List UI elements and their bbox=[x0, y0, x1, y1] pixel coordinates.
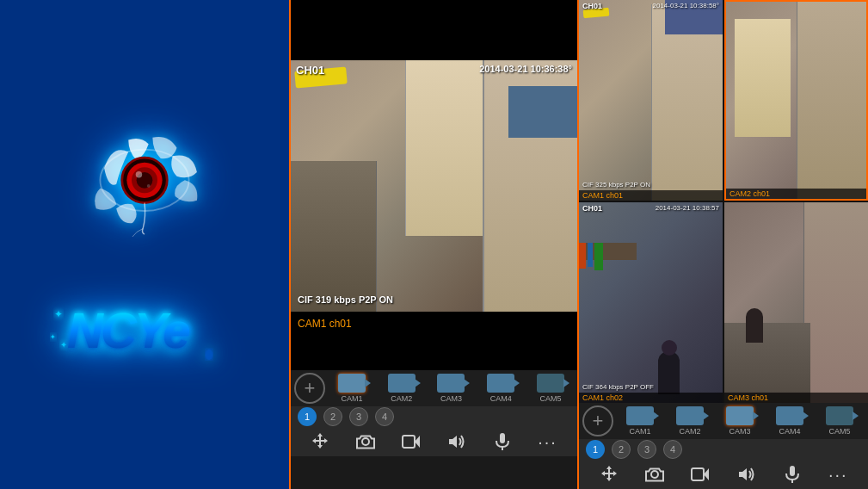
cam-icon-4 bbox=[487, 374, 514, 393]
cam-bl-label: CAM1 ch02 bbox=[579, 393, 723, 403]
more-button-multi[interactable]: ··· bbox=[824, 461, 852, 488]
add-camera-button-multi[interactable]: + bbox=[582, 405, 613, 436]
cam-tl-datetime: 2014-03-21 10:38:58° bbox=[653, 2, 719, 9]
add-camera-button[interactable]: + bbox=[294, 373, 325, 404]
svg-rect-13 bbox=[403, 436, 415, 448]
cam-label-4: CAM4 bbox=[490, 394, 512, 403]
svg-point-11 bbox=[206, 350, 212, 360]
cam-icon-2 bbox=[388, 374, 416, 393]
cam-icon-1 bbox=[338, 374, 366, 393]
ncye-logo-text: ✦ ✦ ✦ NCYe bbox=[50, 292, 239, 361]
mic-button-multi[interactable] bbox=[779, 461, 806, 488]
camera-scene: CH01 2014-03-21 10:36:38° CIF 319 kbps P… bbox=[291, 60, 577, 312]
single-camera-feed: CH01 2014-03-21 10:36:38° CIF 319 kbps P… bbox=[291, 0, 577, 370]
svg-text:✦: ✦ bbox=[54, 308, 63, 320]
cam-item-5[interactable]: CAM5 bbox=[527, 371, 574, 405]
cam-item-1[interactable]: CAM1 bbox=[329, 371, 375, 405]
bottom-toolbar-single: + CAM1 CAM2 CAM3 CAM4 CAM5 bbox=[291, 370, 577, 456]
single-camera-panel: CH01 2014-03-21 10:36:38° CIF 319 kbps P… bbox=[289, 0, 579, 489]
page-dot-4[interactable]: 4 bbox=[375, 407, 394, 426]
cam-icon-5 bbox=[537, 374, 564, 393]
cam-label-m1: CAM1 bbox=[629, 427, 650, 436]
svg-point-18 bbox=[651, 471, 658, 478]
cam-icon-m4 bbox=[776, 406, 803, 425]
cam-item-4[interactable]: CAM4 bbox=[477, 371, 524, 405]
cam-item-m4[interactable]: CAM4 bbox=[766, 404, 813, 438]
svg-text:✦: ✦ bbox=[60, 340, 67, 350]
channel-label: CH01 bbox=[296, 64, 324, 77]
cam-label-m2: CAM2 bbox=[679, 427, 700, 436]
cam-selector-row: + CAM1 CAM2 CAM3 CAM4 CAM5 bbox=[291, 370, 577, 406]
page-indicator-row-multi: 1 2 3 4 bbox=[579, 439, 868, 460]
move-button-multi[interactable] bbox=[595, 461, 623, 488]
stats-label: CIF 319 kbps P2P ON bbox=[298, 294, 393, 305]
cam-label-2: CAM2 bbox=[391, 394, 412, 403]
page-dot-2[interactable]: 2 bbox=[323, 407, 342, 426]
cam-tl-stats: CIF 325 kbps P2P ON bbox=[582, 181, 650, 189]
bottom-toolbar-multi: + CAM1 CAM2 CAM3 CAM4 CAM5 bbox=[579, 403, 868, 489]
cam-bl-datetime: 2014-03-21 10:38:57 bbox=[656, 204, 719, 212]
cam-icon-m2 bbox=[676, 406, 704, 425]
svg-point-12 bbox=[362, 438, 369, 445]
cam-br-label: CAM3 ch01 bbox=[724, 393, 868, 403]
page-dot-m4[interactable]: 4 bbox=[663, 440, 682, 459]
cam-cell-bottom-left[interactable]: CH01 2014-03-21 10:38:57 CIF 364 kbps P2… bbox=[579, 202, 723, 403]
record-button[interactable] bbox=[397, 428, 425, 455]
cam-item-2[interactable]: CAM2 bbox=[379, 371, 425, 405]
cam-item-m1[interactable]: CAM1 bbox=[617, 404, 663, 438]
cam-item-3[interactable]: CAM3 bbox=[428, 371, 475, 405]
black-top-bar bbox=[291, 0, 577, 60]
logo-panel: ✦ ✦ ✦ NCYe bbox=[0, 0, 289, 489]
eye-logo bbox=[80, 128, 209, 240]
cam-tl-label: CAM1 ch01 bbox=[579, 190, 723, 201]
cam-label-m3: CAM3 bbox=[729, 427, 750, 436]
cam-bl-channel: CH01 bbox=[582, 204, 602, 213]
svg-rect-16 bbox=[500, 433, 505, 443]
cam-selector-row-multi: + CAM1 CAM2 CAM3 CAM4 CAM5 bbox=[579, 403, 868, 439]
page-dot-m3[interactable]: 3 bbox=[637, 440, 656, 459]
svg-point-6 bbox=[147, 184, 151, 188]
move-button[interactable] bbox=[306, 428, 334, 455]
volume-button[interactable] bbox=[443, 428, 471, 455]
mic-button[interactable] bbox=[489, 428, 516, 455]
svg-point-5 bbox=[136, 171, 143, 178]
cam-label-5: CAM5 bbox=[540, 394, 562, 403]
cam-cell-top-left[interactable]: CH01 2014-03-21 10:38:58° CIF 325 kbps P… bbox=[579, 0, 723, 201]
svg-text:NCYe: NCYe bbox=[67, 302, 189, 358]
cam-label-text: CAM1 ch01 bbox=[298, 318, 352, 330]
cam-icon-3 bbox=[437, 374, 465, 393]
page-dot-1[interactable]: 1 bbox=[298, 407, 317, 426]
volume-button-multi[interactable] bbox=[733, 461, 760, 488]
page-dot-m1[interactable]: 1 bbox=[586, 440, 605, 459]
cam-label-1: CAM1 bbox=[341, 394, 362, 403]
svg-rect-19 bbox=[692, 468, 704, 480]
cam-label-m4: CAM4 bbox=[779, 427, 800, 436]
cam-cell-bottom-right[interactable]: CAM3 ch01 bbox=[724, 202, 868, 403]
cam-bl-stats: CIF 364 kbps P2P OFF bbox=[582, 383, 654, 391]
snapshot-button-multi[interactable] bbox=[641, 461, 668, 488]
page-dot-3[interactable]: 3 bbox=[349, 407, 368, 426]
cam-cell-top-right[interactable]: CAM2 ch01 bbox=[724, 0, 868, 201]
cam-item-m2[interactable]: CAM2 bbox=[667, 404, 713, 438]
cam-icon-m3 bbox=[726, 406, 754, 425]
cam-label-bar: CAM1 ch01 bbox=[291, 312, 577, 336]
control-row-multi: ··· bbox=[579, 460, 868, 489]
cam-item-m5[interactable]: CAM5 bbox=[816, 404, 863, 438]
cam-label-3: CAM3 bbox=[440, 394, 462, 403]
snapshot-button[interactable] bbox=[352, 428, 379, 455]
cam-icon-m1 bbox=[626, 406, 654, 425]
more-button[interactable]: ··· bbox=[534, 428, 562, 455]
svg-text:✦: ✦ bbox=[50, 333, 56, 341]
svg-rect-22 bbox=[790, 466, 795, 476]
record-button-multi[interactable] bbox=[686, 461, 714, 488]
control-row-single: ··· bbox=[291, 427, 577, 456]
datetime-label: 2014-03-21 10:36:38° bbox=[479, 64, 572, 74]
cam-tl-channel: CH01 bbox=[582, 2, 602, 10]
cam-icon-m5 bbox=[826, 406, 853, 425]
multi-camera-panel: CH01 2014-03-21 10:38:58° CIF 325 kbps P… bbox=[579, 0, 868, 489]
page-indicator-row: 1 2 3 4 bbox=[291, 406, 577, 427]
cam-label-m5: CAM5 bbox=[828, 427, 850, 436]
page-dot-m2[interactable]: 2 bbox=[612, 440, 631, 459]
cam-item-m3[interactable]: CAM3 bbox=[717, 404, 763, 438]
cam-tr-label: CAM2 ch01 bbox=[726, 189, 866, 199]
